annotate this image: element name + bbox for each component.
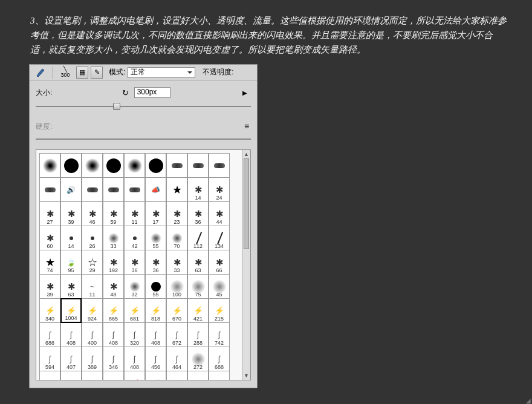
brush-preset[interactable]: 272: [187, 347, 209, 371]
brush-preset[interactable]: [166, 153, 187, 178]
brush-preset[interactable]: ∫672: [166, 322, 187, 347]
brush-preset[interactable]: ∫346: [103, 347, 124, 371]
brush-preset[interactable]: [124, 153, 145, 178]
brush-tool-icon[interactable]: [33, 66, 49, 79]
brush-preset[interactable]: ✱23: [166, 201, 187, 226]
brush-preset[interactable]: 70: [166, 226, 187, 250]
brush-preset[interactable]: ✱36: [187, 201, 209, 226]
brush-preset[interactable]: 🐾389: [166, 371, 187, 380]
brush-preset[interactable]: ∫408: [124, 347, 145, 371]
scroll-thumb[interactable]: [244, 158, 249, 249]
brush-preset[interactable]: ✱192: [103, 250, 124, 275]
brush-preset[interactable]: [82, 177, 103, 202]
brush-preset[interactable]: 100: [166, 274, 187, 299]
brush-preset[interactable]: 26: [82, 226, 103, 250]
brush-preset[interactable]: ⚡818: [145, 298, 166, 323]
brush-preset[interactable]: ✱11: [124, 201, 145, 226]
brush-preset[interactable]: ✱36: [145, 250, 166, 275]
brush-preset[interactable]: ★: [166, 177, 187, 202]
brush-preset[interactable]: 🔊: [60, 177, 82, 202]
flyout-icon[interactable]: ▶: [239, 90, 251, 96]
resize-handle-icon[interactable]: ◢: [526, 397, 531, 404]
brush-preset[interactable]: [103, 177, 124, 202]
brush-preset[interactable]: ✱60: [39, 226, 60, 250]
brush-preset[interactable]: ✶405: [209, 371, 230, 380]
brush-preset[interactable]: [82, 153, 103, 178]
brush-preset[interactable]: 32: [124, 274, 145, 299]
brush-preset[interactable]: ∫408: [145, 322, 166, 347]
brush-preset[interactable]: 📣: [145, 177, 166, 202]
tablet-pressure-icon[interactable]: ✎: [91, 67, 103, 79]
brush-preset[interactable]: ⚡924: [82, 298, 103, 323]
brush-preset[interactable]: ∫408: [60, 322, 82, 347]
brush-preset[interactable]: 75: [187, 274, 209, 299]
brush-preset[interactable]: ✱44: [209, 201, 230, 226]
brush-preset[interactable]: ∫320: [124, 322, 145, 347]
brush-preset[interactable]: ∫456: [145, 347, 166, 371]
brush-preset[interactable]: ∫686: [39, 322, 60, 347]
brush-preset[interactable]: 14: [60, 226, 82, 250]
scroll-up-icon[interactable]: ▲: [242, 150, 250, 158]
brush-preset[interactable]: ∫229: [103, 371, 124, 380]
brush-preset[interactable]: ∫360: [60, 371, 82, 380]
size-input[interactable]: 300px: [134, 87, 170, 98]
brush-preset[interactable]: ✱36: [124, 250, 145, 275]
brush-preset[interactable]: ∫688: [209, 347, 230, 371]
brush-preset[interactable]: 🥒608: [145, 371, 166, 380]
brush-preset[interactable]: ∫594: [39, 347, 60, 371]
brush-preset[interactable]: ✱63: [187, 250, 209, 275]
brush-preset[interactable]: ∫408: [103, 322, 124, 347]
brush-preset[interactable]: [39, 153, 60, 178]
brush-preset[interactable]: [60, 153, 82, 178]
brush-preset[interactable]: ✱17: [145, 201, 166, 226]
brush-preset[interactable]: ⚡421: [187, 298, 209, 323]
brush-preset[interactable]: ✱27: [39, 201, 60, 226]
brush-preset[interactable]: 🍠608: [124, 371, 145, 380]
brush-preset[interactable]: ⚡670: [166, 298, 187, 323]
scrollbar[interactable]: ▲ ▼: [242, 150, 250, 380]
brush-preset[interactable]: ∫288: [187, 322, 209, 347]
brush-preset[interactable]: [145, 153, 166, 178]
scroll-down-icon[interactable]: ▼: [242, 371, 250, 380]
brush-preset[interactable]: 55: [145, 274, 166, 299]
brush-preset[interactable]: [209, 153, 230, 178]
brush-preset[interactable]: 45: [209, 274, 230, 299]
brush-preset[interactable]: ✱14: [187, 177, 209, 202]
brush-preset[interactable]: [124, 177, 145, 202]
brush-preset[interactable]: ✱63: [60, 274, 82, 299]
brush-size-dropdown[interactable]: ╲ 300: [57, 66, 74, 79]
brush-preset[interactable]: ★74: [39, 250, 60, 275]
reset-size-icon[interactable]: ↻: [121, 88, 131, 97]
brush-preset[interactable]: ⚡865: [103, 298, 124, 323]
brush-preset[interactable]: ∫389: [82, 347, 103, 371]
brush-preset[interactable]: ~11: [82, 274, 103, 299]
brush-preset[interactable]: [103, 153, 124, 178]
brush-preset[interactable]: 112: [187, 226, 209, 250]
brush-preset[interactable]: [39, 177, 60, 202]
brush-preset[interactable]: ✱39: [60, 201, 82, 226]
brush-preset[interactable]: ∫400: [82, 322, 103, 347]
blend-mode-select[interactable]: 正常: [128, 67, 195, 78]
hardness-slider[interactable]: [36, 134, 251, 145]
brush-preset[interactable]: 🍃95: [60, 250, 82, 275]
brush-preset[interactable]: ✱39: [39, 274, 60, 299]
brush-preset[interactable]: ⚡1004: [60, 298, 82, 323]
brush-preset[interactable]: ∫303: [82, 371, 103, 380]
brush-preset[interactable]: ✱46: [82, 201, 103, 226]
brush-preset[interactable]: 42: [124, 226, 145, 250]
brush-preset[interactable]: ⚡340: [39, 298, 60, 323]
brush-preset[interactable]: ⚡215: [209, 298, 230, 323]
brush-preset[interactable]: ☆29: [82, 250, 103, 275]
brush-preset[interactable]: ✱59: [103, 201, 124, 226]
size-slider[interactable]: [36, 101, 251, 112]
toggle-panel-button[interactable]: ▦: [76, 67, 88, 79]
brush-preset[interactable]: 55: [145, 226, 166, 250]
brush-preset[interactable]: ∫464: [166, 347, 187, 371]
brush-preset[interactable]: ∫442: [39, 371, 60, 380]
brush-preset[interactable]: ✱33: [166, 250, 187, 275]
brush-preset[interactable]: 134: [209, 226, 230, 250]
brush-preset[interactable]: [187, 153, 209, 178]
brush-preset[interactable]: ✱48: [103, 274, 124, 299]
brush-preset[interactable]: ∫407: [60, 347, 82, 371]
brush-preset[interactable]: ✱66: [209, 250, 230, 275]
